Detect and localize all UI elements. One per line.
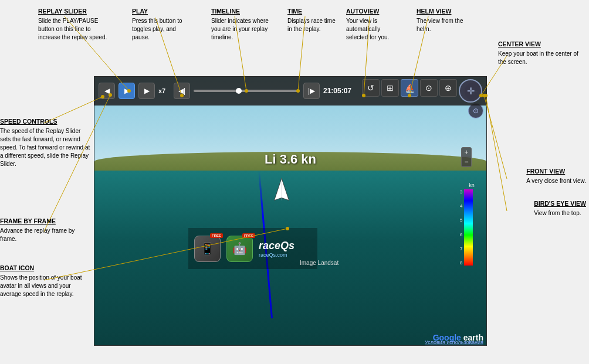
timeline-slider[interactable]: [194, 90, 300, 92]
annotation-time-body: Displays race time in the replay.: [287, 18, 336, 32]
rewind-slow-button[interactable]: ◀: [99, 83, 115, 99]
android-app-icon[interactable]: 🤖 FREE: [226, 236, 253, 262]
annotation-timeline: TIMELINE Slider indicates where you are …: [211, 7, 276, 42]
zoom-controls: + −: [461, 147, 472, 167]
svg-line-22: [484, 96, 507, 179]
annotation-frame-by-frame-body: Advance the replay frame by frame.: [0, 227, 75, 242]
annotation-timeline-title: TIMELINE: [211, 7, 276, 16]
annotation-frame-by-frame: FRAME BY FRAME Advance the replay frame …: [0, 217, 91, 243]
satellite-view-button[interactable]: ⊞: [381, 79, 399, 97]
svg-line-24: [486, 96, 507, 211]
annotation-frame-by-frame-title: FRAME BY FRAME: [0, 217, 91, 226]
slider-thumb[interactable]: [236, 88, 242, 94]
annotation-timeline-body: Slider indicates where you are in your r…: [211, 18, 269, 40]
controls-bar: ◀ ▶ ▶ x7 ◀| |▶ 21:05:07 ↺ ⊞ ⛵ ⊙ ⊕ ✛: [94, 76, 487, 106]
annotation-helm-view: HELM VIEW The view from the helm.: [417, 7, 472, 33]
speed-display: Li 3.6 kn: [265, 152, 316, 167]
annotation-speed-controls-body: The speed of the Replay Slider sets the …: [0, 128, 90, 167]
forward-slow-button[interactable]: ▶: [138, 83, 155, 99]
annotation-boat-icon-title: BOAT ICON: [0, 264, 91, 273]
annotation-front-view-body: A very close front view.: [526, 178, 586, 184]
annotation-center-view: CENTER VIEW Keep your boat in the center…: [498, 40, 586, 66]
navigation-circle-button[interactable]: ✛: [459, 79, 482, 103]
annotation-replay-slider: REPLAY SLIDER Slide the PLAY/PAUSE butto…: [38, 7, 109, 42]
raceqs-logo: raceQs: [259, 240, 294, 252]
boat: [267, 176, 296, 205]
crosshair-button[interactable]: ⊕: [439, 79, 457, 97]
annotation-speed-controls-title: SPEED CONTROLS: [0, 117, 91, 126]
annotation-front-view: FRONT VIEW A very close front view.: [526, 167, 586, 185]
raceqs-url: raceQs.com: [259, 252, 294, 258]
annotation-center-view-title: CENTER VIEW: [498, 40, 586, 49]
ios-app-icon[interactable]: 📱 FREE: [194, 236, 221, 262]
speed-legend: kn 345678: [460, 182, 483, 266]
time-display: 21:05:07: [323, 87, 358, 95]
annotation-speed-controls: SPEED CONTROLS The speed of the Replay S…: [0, 117, 91, 168]
annotation-front-view-title: FRONT VIEW: [526, 167, 586, 176]
play-pause-button[interactable]: ▶: [119, 83, 135, 99]
annotation-boat-icon: BOAT ICON Shows the position of your boa…: [0, 264, 91, 298]
annotation-play: PLAY Press this button to toggles play, …: [132, 7, 191, 42]
free-badge-android: FREE: [242, 233, 255, 238]
annotation-play-body: Press this button to toggles play, and p…: [132, 18, 182, 40]
annotation-play-title: PLAY: [132, 7, 191, 16]
image-attribution: Image Landsat: [300, 260, 338, 266]
raceqs-promo: 📱 FREE 🤖 FREE raceQs raceQs.com: [188, 228, 317, 269]
annotation-replay-slider-body: Slide the PLAY/PAUSE button on this line…: [38, 18, 107, 40]
usage-terms[interactable]: Условия использования: [425, 339, 483, 345]
annotation-time: TIME Displays race time in the replay.: [287, 7, 337, 33]
timeline-end-button[interactable]: |▶: [303, 83, 320, 99]
annotation-replay-slider-title: REPLAY SLIDER: [38, 7, 109, 16]
view-buttons: ↺ ⊞ ⛵ ⊙ ⊕ ✛: [362, 79, 482, 103]
annotation-helm-view-title: HELM VIEW: [417, 7, 472, 16]
zoom-out-button[interactable]: −: [462, 157, 471, 166]
race-view: Li 3.6 kn 📱 FREE 🤖 FREE raceQs raceQs.co…: [94, 76, 487, 346]
annotation-boat-icon-body: Shows the position of your boat avatar i…: [0, 274, 82, 297]
annotation-autoview-title: AUTOVIEW: [346, 7, 402, 16]
annotation-birds-eye-view-title: BIRD'S EYE VIEW: [534, 199, 586, 208]
annotation-birds-eye-view-body: View from the top.: [534, 210, 581, 216]
annotation-center-view-body: Keep your boat in the center of the scre…: [498, 50, 578, 65]
annotation-helm-view-body: The view from the helm.: [417, 18, 463, 32]
legend-color-bar: [464, 189, 473, 266]
refresh-view-button[interactable]: ↺: [362, 79, 380, 97]
free-badge-ios: FREE: [210, 233, 223, 238]
speed-multiplier: x7: [158, 87, 170, 94]
timeline-start-button[interactable]: ◀|: [174, 83, 190, 99]
zoom-in-button[interactable]: +: [462, 148, 471, 157]
helm-view-button[interactable]: ⊙: [420, 79, 438, 97]
annotation-autoview: AUTOVIEW Your view is automatically sele…: [346, 7, 402, 42]
annotation-autoview-body: Your view is automatically selected for …: [346, 18, 389, 40]
annotation-birds-eye-view: BIRD'S EYE VIEW View from the top.: [534, 199, 586, 217]
boat-view-button[interactable]: ⛵: [401, 79, 418, 97]
annotation-time-title: TIME: [287, 7, 337, 16]
legend-labels: 345678: [460, 189, 462, 266]
legend-title: kn: [460, 182, 483, 188]
